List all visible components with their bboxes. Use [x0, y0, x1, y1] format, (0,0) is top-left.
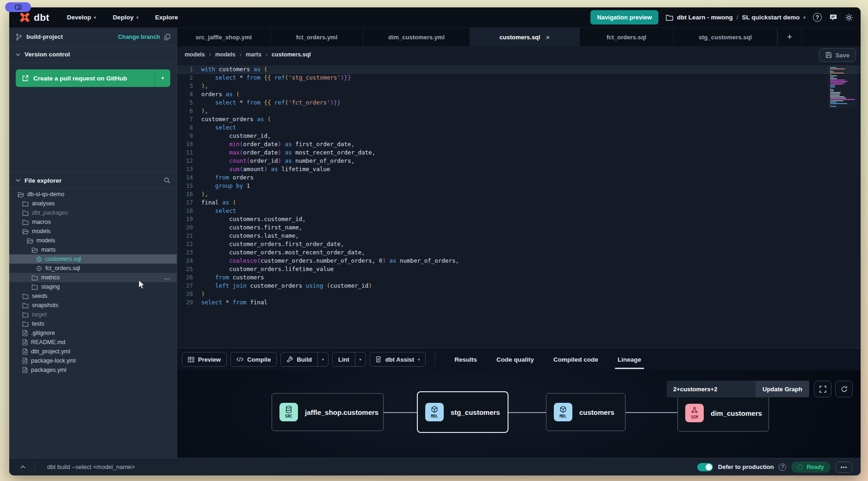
create-pr-button[interactable]: Create a pull request on GitHub ▾: [16, 69, 170, 87]
file-tree-item-gitignore[interactable]: .gitignore: [9, 328, 177, 338]
code-line[interactable]: 24 coalesce(customer_orders.number_of_or…: [177, 257, 861, 265]
create-pr-dropdown[interactable]: ▾: [155, 69, 170, 87]
menu-explore[interactable]: Explore: [155, 14, 178, 21]
file-tree-item-customers-sql[interactable]: customers.sql: [9, 254, 177, 264]
file-tree-item-models[interactable]: models: [9, 227, 177, 236]
code-line[interactable]: 19 customers.customer_id,: [177, 215, 861, 223]
action-button-dropdown[interactable]: ▾: [355, 352, 366, 366]
version-control-header[interactable]: Version control: [9, 46, 177, 63]
file-tree-item-staging[interactable]: staging: [9, 282, 177, 291]
code-line[interactable]: 14 from orders: [177, 173, 861, 182]
file-tree-item-snapshots[interactable]: snapshots: [9, 301, 177, 310]
code-line[interactable]: 10 min(order_date) as first_order_date,: [177, 140, 861, 148]
more-options-button[interactable]: •••: [836, 462, 852, 473]
code-line[interactable]: 17final as (: [177, 198, 861, 207]
code-line[interactable]: 27 left join customer_orders using (cust…: [177, 282, 861, 290]
console-tab-lineage[interactable]: Lineage: [618, 348, 641, 370]
tab-stg-customers-sql[interactable]: stg_customers.sql: [674, 28, 777, 46]
refresh-icon[interactable]: [835, 381, 853, 397]
code-line[interactable]: 5 select * from {{ ref('fct_orders')}}: [177, 99, 861, 107]
action-button-main[interactable]: dbt Assist▾: [370, 352, 425, 366]
lineage-node-customers[interactable]: MDLcustomers: [546, 393, 626, 431]
lineage-graph[interactable]: SRCjaffle_shop.customersMDLstg_customers…: [177, 370, 861, 458]
action-button-preview[interactable]: Preview: [182, 352, 227, 367]
close-icon[interactable]: ×: [546, 33, 550, 41]
change-branch-link[interactable]: Change branch: [118, 34, 160, 40]
code-line[interactable]: 4orders as (: [177, 90, 861, 99]
update-graph-button[interactable]: Update Graph: [756, 381, 809, 397]
code-line[interactable]: 3),: [177, 82, 861, 90]
console-tab-code-quality[interactable]: Code quality: [496, 348, 534, 370]
code-line[interactable]: 28): [177, 290, 861, 298]
minimap[interactable]: [828, 66, 857, 109]
code-editor[interactable]: 1with customers as (2 select * from {{ r…: [177, 63, 861, 348]
action-button-compile[interactable]: Compile: [230, 352, 277, 367]
code-line[interactable]: 22 customer_orders.first_order_date,: [177, 240, 861, 248]
save-button[interactable]: Save: [819, 48, 856, 62]
code-line[interactable]: 1with customers as (: [177, 65, 861, 74]
settings-gear-icon[interactable]: [845, 13, 853, 22]
create-pr-button-main[interactable]: Create a pull request on GitHub: [16, 69, 155, 87]
tab-customers-sql[interactable]: customers.sql×: [470, 28, 580, 46]
tab-fct-orders-sql[interactable]: fct_orders.sql: [580, 28, 674, 46]
action-button-main[interactable]: Preview: [182, 352, 226, 366]
file-tree-item-readme-md[interactable]: README.md: [9, 338, 177, 347]
lineage-node-dim-customers[interactable]: SEMdim_customers: [677, 395, 769, 432]
code-line[interactable]: 26 from customers: [177, 273, 861, 282]
file-tree-item-tests[interactable]: tests: [9, 319, 177, 328]
action-button-lint[interactable]: Lint▾: [332, 352, 366, 367]
file-tree-item-models[interactable]: models: [9, 236, 177, 245]
code-line[interactable]: 18 select: [177, 207, 861, 215]
code-line[interactable]: 23 customer_orders.most_recent_order_dat…: [177, 248, 861, 257]
file-tree-item-seeds[interactable]: seeds: [9, 291, 177, 301]
code-line[interactable]: 12 count(order_id) as number_of_orders,: [177, 157, 861, 165]
account-breadcrumb[interactable]: dbt Learn - mwong / SL quickstart demo ▾: [666, 14, 806, 21]
action-button-main[interactable]: Compile: [231, 352, 276, 366]
tab-dim-customers-yml[interactable]: dim_customers.yml: [363, 28, 470, 46]
code-line[interactable]: 2 select * from {{ ref('stg_customers')}…: [177, 74, 861, 82]
breadcrumb-item[interactable]: models: [185, 51, 205, 58]
breadcrumb-item[interactable]: marts: [246, 51, 261, 58]
collapse-console-button[interactable]: [20, 465, 25, 469]
code-line[interactable]: 11 max(order_date) as most_recent_order_…: [177, 148, 861, 157]
file-tree-item-marts[interactable]: marts: [9, 245, 177, 254]
lineage-node-jaffle-shop-customers[interactable]: SRCjaffle_shop.customers: [272, 393, 384, 431]
code-line[interactable]: 15 group by 1: [177, 182, 861, 190]
defer-help-icon[interactable]: ?: [779, 463, 786, 471]
console-tab-results[interactable]: Results: [454, 348, 477, 370]
breadcrumb-item[interactable]: customers.sql: [272, 51, 311, 58]
code-line[interactable]: 6),: [177, 107, 861, 115]
help-icon[interactable]: ?: [813, 13, 822, 22]
code-line[interactable]: 29select * from final: [177, 298, 861, 307]
copy-icon[interactable]: [164, 34, 170, 40]
action-button-dbt-assist[interactable]: dbt Assist▾: [370, 352, 426, 367]
menu-deploy[interactable]: Deploy▾: [113, 14, 139, 21]
menu-develop[interactable]: Develop▾: [67, 14, 96, 21]
file-tree-item-packages-yml[interactable]: packages.yml: [9, 365, 177, 375]
command-input[interactable]: dbt build --select <model_name>: [47, 463, 135, 470]
file-explorer-header[interactable]: File explorer: [9, 172, 177, 189]
file-tree-item-dbt-packages[interactable]: dbt_packages: [9, 208, 177, 217]
code-line[interactable]: 7customer_orders as (: [177, 115, 861, 123]
file-tree-item-dbt-project-yml[interactable]: dbt_project.yml: [9, 347, 177, 356]
feedback-icon[interactable]: [829, 14, 837, 21]
navigation-preview-button[interactable]: Navigation preview: [590, 10, 658, 25]
new-tab-button[interactable]: +: [778, 28, 802, 46]
code-line[interactable]: 13 sum(amount) as lifetime_value: [177, 165, 861, 173]
tab-src-jaffle-shop-yml[interactable]: src_jaffle_shop.yml: [177, 28, 271, 46]
code-line[interactable]: 25 customer_orders.lifetime_value: [177, 265, 861, 273]
action-button-build[interactable]: Build▾: [280, 352, 329, 367]
search-icon[interactable]: [164, 177, 170, 184]
file-tree-item-db-sl-qs-demo[interactable]: db-sl-qs-demo: [9, 190, 177, 199]
action-button-main[interactable]: Lint: [333, 352, 355, 366]
lineage-selector-input[interactable]: 2+customers+2: [667, 381, 756, 397]
code-line[interactable]: 8 select: [177, 123, 861, 132]
action-button-dropdown[interactable]: ▾: [317, 352, 328, 366]
row-options-icon[interactable]: ...: [164, 274, 170, 281]
file-tree-item-target[interactable]: target: [9, 310, 177, 319]
code-line[interactable]: 16),: [177, 190, 861, 198]
file-tree-item-macros[interactable]: macros: [9, 217, 177, 227]
code-line[interactable]: 21 customers.last_name,: [177, 232, 861, 240]
code-line[interactable]: 20 customers.first_name,: [177, 223, 861, 232]
action-button-main[interactable]: Build: [281, 352, 317, 366]
